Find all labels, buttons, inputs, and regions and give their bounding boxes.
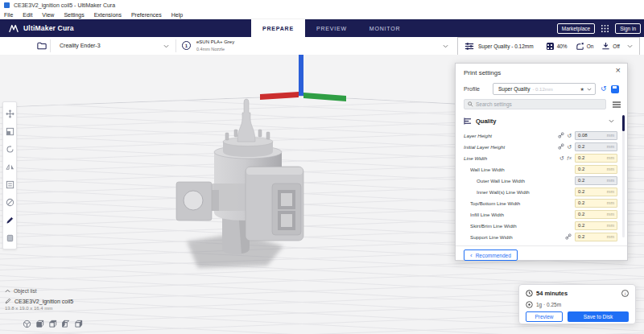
view-top-button[interactable] bbox=[47, 319, 57, 328]
menu-help[interactable]: Help bbox=[171, 12, 183, 18]
app-header: UltiMaker Cura PREPARE PREVIEW MONITOR M… bbox=[0, 19, 644, 37]
object-dimensions: 13.8 x 19.0 x 16.4 mm bbox=[5, 306, 126, 311]
menu-extensions[interactable]: Extensions bbox=[94, 12, 122, 18]
mirror-tool-icon[interactable] bbox=[3, 158, 16, 175]
axes-indicator bbox=[260, 55, 346, 101]
view-3d-button[interactable] bbox=[22, 319, 31, 328]
setting-value-field[interactable]: 0.2 mm bbox=[575, 165, 617, 174]
view-front-button[interactable] bbox=[35, 319, 44, 328]
marketplace-button[interactable]: Marketplace bbox=[557, 23, 595, 34]
setting-value-field[interactable]: 0.2 mm bbox=[575, 233, 617, 241]
setting-value-field[interactable]: 0.2 mm bbox=[575, 154, 617, 163]
model-ignition-coil[interactable] bbox=[176, 99, 303, 254]
menu-settings[interactable]: Settings bbox=[64, 12, 84, 18]
setting-row-top-bottom-line-width[interactable]: Top/Bottom Line Width 0.2 mm bbox=[456, 197, 627, 208]
infill-value: 40% bbox=[557, 43, 568, 49]
rotate-tool-icon[interactable] bbox=[3, 140, 16, 158]
setting-row-skirt-brim-line-width[interactable]: Skirt/Brim Line Width 0.2 mm bbox=[456, 220, 627, 231]
eraser-tool-icon[interactable] bbox=[3, 229, 16, 246]
setting-value-field[interactable]: 0.2 mm bbox=[575, 199, 617, 208]
tab-preview[interactable]: PREVIEW bbox=[305, 19, 358, 37]
menu-preferences[interactable]: Preferences bbox=[131, 12, 162, 18]
search-settings-input[interactable]: Search settings bbox=[464, 99, 606, 109]
adhesion-icon bbox=[601, 42, 610, 51]
profile-dropdown[interactable]: Super Quality - 0.12mm ★ bbox=[493, 83, 596, 95]
setting-row-initial-layer-height[interactable]: Initial Layer Height ↺ 0.2 mm bbox=[456, 141, 627, 152]
print-settings-panel: Print settings × Profile Super Quality -… bbox=[455, 63, 628, 261]
print-settings-summary-bar[interactable]: Super Quality - 0.12mm 40% On Off bbox=[457, 37, 640, 56]
tool-panel bbox=[2, 101, 17, 249]
setting-value-field[interactable]: 0.2 mm bbox=[575, 221, 617, 230]
material-selector[interactable]: 1 eSUN PLA+ Grey 0.4mm Nozzle bbox=[175, 37, 456, 55]
axis-x bbox=[260, 92, 299, 100]
preview-button[interactable]: Preview bbox=[526, 311, 563, 322]
menu-edit[interactable]: Edit bbox=[23, 12, 32, 18]
section-quality[interactable]: Quality bbox=[464, 115, 614, 126]
chevron-down-icon bbox=[163, 43, 169, 49]
open-file-button[interactable] bbox=[34, 37, 50, 55]
setting-row-inner-wall-line-width[interactable]: Inner Wall(s) Line Width 0.2 mm bbox=[456, 186, 627, 197]
view-right-button[interactable] bbox=[73, 319, 83, 328]
setting-value-field[interactable]: 0.2 mm bbox=[575, 142, 617, 151]
recommended-mode-button[interactable]: ‹ Recommended bbox=[464, 249, 518, 261]
axis-y bbox=[303, 93, 346, 101]
custom-supports-tool-icon[interactable] bbox=[3, 211, 16, 229]
camera-view-buttons bbox=[22, 319, 83, 328]
signin-button[interactable]: Sign in bbox=[615, 23, 641, 34]
link-icon[interactable] bbox=[558, 143, 564, 150]
save-profile-icon[interactable] bbox=[611, 85, 619, 93]
support-blocker-icon[interactable] bbox=[3, 193, 16, 211]
move-tool-icon[interactable] bbox=[3, 105, 16, 122]
settings-visibility-menu-icon[interactable] bbox=[613, 101, 621, 108]
settings-scrollbar-thumb[interactable] bbox=[622, 115, 625, 131]
stage-tabs: PREPARE PREVIEW MONITOR bbox=[251, 19, 411, 37]
object-list-toggle[interactable]: Object list bbox=[5, 288, 126, 294]
undo-icon[interactable]: ↺ bbox=[559, 155, 564, 161]
save-to-disk-button[interactable]: Save to Disk bbox=[568, 311, 629, 322]
tab-prepare[interactable]: PREPARE bbox=[251, 19, 305, 37]
window-titlebar: CE3E3V2_ignition coil5 - UltiMaker Cura bbox=[0, 0, 644, 10]
setting-value-field[interactable]: 0.2 mm bbox=[575, 176, 617, 185]
settings-scrollbar[interactable] bbox=[622, 115, 625, 237]
setting-value-field[interactable]: 0.2 mm bbox=[575, 210, 617, 219]
per-model-settings-icon[interactable] bbox=[3, 175, 16, 193]
chevron-down-icon bbox=[587, 87, 592, 92]
reset-profile-icon[interactable]: ↺ bbox=[601, 85, 607, 93]
setting-row-layer-height[interactable]: Layer Height ↺ 0.08 mm bbox=[456, 130, 627, 141]
object-list: Object list CE3E3V2_ignition coil5 13.8 … bbox=[5, 288, 126, 311]
printer-selector[interactable]: Creality Ender-3 bbox=[50, 37, 175, 55]
material-spool-icon bbox=[526, 301, 533, 308]
axis-z bbox=[299, 55, 303, 96]
setting-row-outer-wall-line-width[interactable]: Outer Wall Line Width 0.2 mm bbox=[456, 175, 627, 186]
undo-icon[interactable]: ↺ bbox=[567, 144, 572, 150]
printer-name: Creality Ender-3 bbox=[60, 43, 101, 48]
setting-value-field[interactable]: 0.2 mm bbox=[575, 188, 617, 196]
scale-tool-icon[interactable] bbox=[3, 122, 16, 140]
profile-summary: Super Quality - 0.12mm bbox=[478, 43, 534, 49]
caret-up-icon bbox=[5, 289, 10, 293]
chevron-left-icon: ‹ bbox=[470, 252, 473, 259]
setting-row-infill-line-width[interactable]: Infill Line Width 0.2 mm bbox=[456, 208, 627, 220]
formula-icon[interactable]: ƒx bbox=[567, 155, 572, 160]
view-left-button[interactable] bbox=[60, 319, 70, 328]
close-icon[interactable]: × bbox=[616, 66, 621, 75]
extruder-icon: 1 bbox=[182, 41, 191, 50]
brand-name: UltiMaker Cura bbox=[23, 24, 74, 32]
chevron-down-icon bbox=[609, 118, 614, 124]
link-icon[interactable] bbox=[565, 233, 572, 240]
setting-row-wall-line-width[interactable]: Wall Line Width 0.2 mm bbox=[456, 163, 627, 175]
object-list-item[interactable]: CE3E3V2_ignition coil5 bbox=[5, 298, 126, 304]
setting-row-line-width[interactable]: Line Width ↺ ƒx 0.2 mm bbox=[456, 152, 627, 163]
link-icon[interactable] bbox=[558, 132, 564, 138]
undo-icon[interactable]: ↺ bbox=[567, 133, 572, 138]
settings-rows: Layer Height ↺ 0.08 mm Initial Layer Hei… bbox=[456, 130, 627, 242]
setting-value-field[interactable]: 0.08 mm bbox=[575, 131, 617, 140]
material-name: eSUN PLA+ Grey bbox=[196, 39, 234, 44]
menu-file[interactable]: File bbox=[4, 12, 13, 18]
menu-view[interactable]: View bbox=[42, 12, 54, 18]
pencil-icon bbox=[5, 298, 11, 304]
setting-row-support-line-width[interactable]: Support Line Width 0.2 mm bbox=[456, 231, 627, 242]
tab-monitor[interactable]: MONITOR bbox=[358, 19, 412, 37]
apps-grid-icon[interactable] bbox=[601, 24, 609, 33]
info-icon[interactable]: i bbox=[621, 290, 629, 297]
